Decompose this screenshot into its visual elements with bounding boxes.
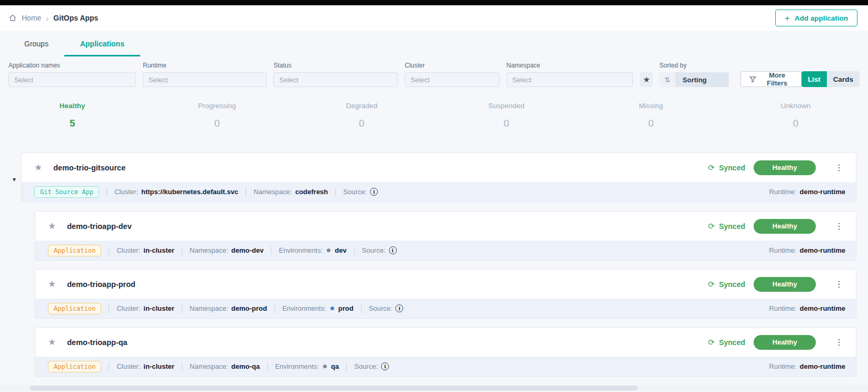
- filter-label: Status: [274, 62, 398, 69]
- favorite-star-icon[interactable]: ★: [48, 279, 56, 290]
- sync-status[interactable]: ⟳ Synced: [708, 222, 745, 231]
- summary-progressing[interactable]: Progressing 0: [145, 102, 290, 129]
- health-status-badge[interactable]: Healthy: [754, 219, 816, 234]
- kebab-menu-icon[interactable]: ⋮: [835, 162, 843, 173]
- namespace-select[interactable]: [506, 72, 633, 87]
- divider: [354, 246, 355, 255]
- info-icon[interactable]: i: [381, 362, 389, 370]
- tab-applications[interactable]: Applications: [64, 32, 140, 56]
- app-row-main[interactable]: ★ demo-trio-gitsource ⟳ Synced Healthy ⋮: [21, 152, 856, 182]
- filter-status: Status: [274, 62, 398, 87]
- app-row-details: Git Source App Cluster: https://kubernet…: [21, 182, 856, 202]
- runtime-label: Runtime:: [769, 362, 796, 370]
- app-name-link[interactable]: demo-trioapp-dev: [67, 222, 131, 231]
- sorting-value[interactable]: Sorting: [675, 72, 729, 87]
- runtime-value: demo-runtime: [799, 362, 845, 370]
- summary-label: Degraded: [289, 102, 434, 110]
- environment-value[interactable]: prod: [338, 304, 354, 312]
- breadcrumb-home-link[interactable]: Home: [22, 14, 41, 22]
- home-icon[interactable]: [8, 14, 17, 22]
- health-status-badge[interactable]: Healthy: [754, 277, 816, 292]
- summary-degraded[interactable]: Degraded 0: [289, 102, 434, 129]
- application-names-select[interactable]: [8, 72, 136, 87]
- view-tabs: Groups Applications: [0, 32, 868, 56]
- sorting-dropdown[interactable]: ⇅ Sorting: [659, 72, 729, 87]
- divider: [346, 362, 347, 371]
- environment-dot-icon: [327, 248, 330, 252]
- favorite-star-icon[interactable]: ★: [48, 337, 56, 348]
- summary-healthy[interactable]: Healthy 5: [0, 102, 145, 129]
- app-type-tag: Application: [48, 303, 101, 314]
- sync-icon: ⟳: [708, 338, 715, 347]
- cards-view-button[interactable]: Cards: [827, 71, 860, 87]
- add-application-button[interactable]: + Add application: [775, 9, 857, 26]
- favorite-star-icon[interactable]: ★: [34, 162, 42, 173]
- favorites-filter-button[interactable]: ★: [640, 72, 653, 87]
- tab-groups[interactable]: Groups: [8, 32, 64, 56]
- kebab-menu-icon[interactable]: ⋮: [835, 221, 843, 231]
- divider: [267, 362, 268, 371]
- divider: [109, 304, 109, 313]
- health-status-badge[interactable]: Healthy: [754, 335, 816, 350]
- sync-status[interactable]: ⟳ Synced: [708, 163, 745, 173]
- cluster-field: Cluster: in-cluster: [116, 304, 174, 312]
- sorted-by-label: Sorted by: [659, 62, 729, 69]
- summary-count: 0: [434, 118, 579, 129]
- sync-label: Synced: [719, 222, 745, 231]
- environment-value[interactable]: qa: [331, 362, 339, 370]
- scrollbar-thumb[interactable]: [30, 386, 638, 390]
- runtime-select[interactable]: [143, 72, 267, 87]
- info-icon[interactable]: i: [370, 188, 378, 196]
- row-status-area: ⟳ Synced Healthy ⋮: [708, 160, 843, 175]
- summary-suspended[interactable]: Suspended 0: [434, 102, 579, 129]
- cluster-label: Cluster:: [116, 246, 140, 254]
- collapse-caret-icon[interactable]: ▾: [13, 176, 16, 183]
- app-row-main[interactable]: ★ demo-trioapp-qa ⟳ Synced Healthy ⋮: [35, 327, 856, 357]
- sort-order-icon[interactable]: ⇅: [659, 72, 675, 87]
- sync-status[interactable]: ⟳ Synced: [708, 280, 745, 289]
- divider: [271, 246, 271, 255]
- environment-value[interactable]: dev: [335, 246, 346, 254]
- more-filters-label: More Filters: [762, 71, 792, 87]
- runtime-field: Runtime: demo-runtime: [769, 362, 847, 370]
- runtime-label: Runtime:: [769, 304, 796, 312]
- runtime-field: Runtime: demo-runtime: [769, 188, 847, 196]
- kebab-menu-icon[interactable]: ⋮: [835, 337, 843, 347]
- summary-missing[interactable]: Missing 0: [579, 102, 724, 129]
- app-row-main[interactable]: ★ demo-trioapp-prod ⟳ Synced Healthy ⋮: [35, 269, 856, 299]
- cluster-field: Cluster: in-cluster: [116, 362, 174, 370]
- summary-unknown[interactable]: Unknown 0: [724, 102, 868, 129]
- favorite-star-icon[interactable]: ★: [48, 221, 56, 232]
- more-filters-button[interactable]: More Filters: [740, 71, 801, 87]
- cluster-select[interactable]: [405, 72, 500, 87]
- list-view-button[interactable]: List: [802, 71, 827, 87]
- health-status-badge[interactable]: Healthy: [754, 160, 816, 175]
- info-icon[interactable]: i: [395, 304, 403, 312]
- runtime-field: Runtime: demo-runtime: [769, 246, 847, 254]
- namespace-value: demo-prod: [231, 304, 267, 312]
- source-field: Source: i: [369, 304, 404, 312]
- cluster-field: Cluster: https://kubernetes.default.svc: [114, 188, 238, 196]
- kebab-menu-icon[interactable]: ⋮: [835, 279, 843, 289]
- app-type-tag: Git Source App: [34, 186, 99, 198]
- filter-runtime: Runtime: [143, 62, 267, 87]
- filter-cluster: Cluster: [405, 62, 500, 87]
- app-name-link[interactable]: demo-trioapp-prod: [67, 280, 135, 289]
- app-name-link[interactable]: demo-trioapp-qa: [67, 338, 127, 347]
- page-header: Home › GitOps Apps + Add application: [0, 5, 868, 31]
- sync-icon: ⟳: [708, 222, 715, 231]
- app-row-main[interactable]: ★ demo-trioapp-dev ⟳ Synced Healthy ⋮: [35, 211, 856, 241]
- health-summary: Healthy 5 Progressing 0 Degraded 0 Suspe…: [0, 102, 868, 129]
- horizontal-scrollbar[interactable]: [0, 385, 868, 391]
- cluster-value: https://kubernetes.default.svc: [141, 188, 238, 196]
- status-select[interactable]: [274, 72, 398, 87]
- cluster-label: Cluster:: [116, 304, 140, 312]
- app-row-demo-trioapp-qa: ★ demo-trioapp-qa ⟳ Synced Healthy ⋮ App…: [35, 327, 856, 377]
- app-row-demo-trioapp-dev: ★ demo-trioapp-dev ⟳ Synced Healthy ⋮ Ap…: [35, 211, 856, 261]
- info-icon[interactable]: i: [389, 246, 397, 254]
- app-name-link[interactable]: demo-trio-gitsource: [53, 164, 125, 172]
- sync-status[interactable]: ⟳ Synced: [708, 338, 745, 347]
- namespace-value: demo-dev: [231, 246, 264, 254]
- cluster-value: in-cluster: [143, 246, 174, 254]
- summary-label: Missing: [579, 102, 724, 110]
